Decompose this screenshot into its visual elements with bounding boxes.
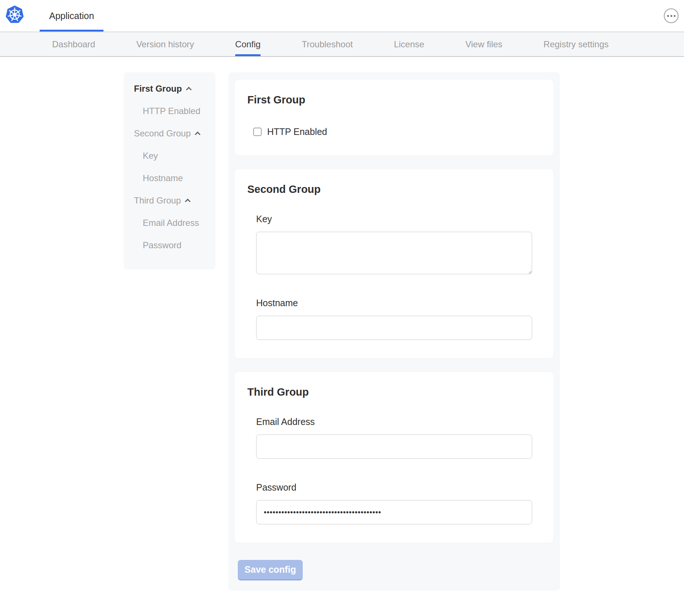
tab-dashboard[interactable]: Dashboard xyxy=(52,32,95,56)
app-tab-label: Application xyxy=(49,11,94,21)
admin-console-page: Application Dashboard Version history Co… xyxy=(0,0,684,605)
sidebar-item-key[interactable]: Key xyxy=(124,150,215,161)
hostname-label: Hostname xyxy=(256,298,532,308)
email-address-input[interactable] xyxy=(256,434,532,459)
sidebar-item-first-group[interactable]: First Group xyxy=(124,83,215,94)
chevron-up-icon xyxy=(185,199,191,205)
sidebar-item-second-group[interactable]: Second Group xyxy=(124,128,215,139)
group-title: Third Group xyxy=(247,386,546,398)
tab-troubleshoot[interactable]: Troubleshoot xyxy=(302,32,353,56)
app-header: Application xyxy=(0,0,684,32)
ellipsis-icon xyxy=(667,15,669,17)
chevron-up-icon xyxy=(186,87,192,93)
tab-registry-settings[interactable]: Registry settings xyxy=(543,32,608,56)
save-config-button[interactable]: Save config xyxy=(238,560,303,580)
sidebar-item-http-enabled[interactable]: HTTP Enabled xyxy=(124,106,215,117)
config-sidebar: First Group HTTP Enabled Second Group Ke… xyxy=(124,72,215,270)
sidebar-item-label: Password xyxy=(143,240,181,251)
config-group-third: Third Group Email Address Password xyxy=(235,372,553,543)
secondary-nav: Dashboard Version history Config Trouble… xyxy=(0,32,684,57)
http-enabled-row: HTTP Enabled xyxy=(253,126,546,137)
password-field: Password xyxy=(256,482,532,524)
sidebar-item-label: Third Group xyxy=(134,195,181,206)
http-enabled-checkbox[interactable] xyxy=(253,128,262,136)
sidebar-item-label: HTTP Enabled xyxy=(143,106,200,117)
sidebar-item-label: Hostname xyxy=(143,173,183,184)
email-address-field: Email Address xyxy=(256,417,532,459)
hostname-field: Hostname xyxy=(256,298,532,340)
sidebar-item-email-address[interactable]: Email Address xyxy=(124,217,215,228)
password-input[interactable] xyxy=(256,500,532,524)
sidebar-item-label: First Group xyxy=(134,83,182,94)
password-label: Password xyxy=(256,482,532,493)
sidebar-item-hostname[interactable]: Hostname xyxy=(124,173,215,184)
group-title: First Group xyxy=(247,94,546,106)
http-enabled-label[interactable]: HTTP Enabled xyxy=(267,126,327,137)
hostname-input[interactable] xyxy=(256,316,532,340)
key-field: Key xyxy=(256,214,532,274)
app-tab-application[interactable]: Application xyxy=(40,0,103,32)
email-address-label: Email Address xyxy=(256,417,532,427)
sidebar-item-password[interactable]: Password xyxy=(124,240,215,251)
tab-config[interactable]: Config xyxy=(235,32,261,56)
tab-license[interactable]: License xyxy=(394,32,424,56)
overflow-menu-button[interactable] xyxy=(664,8,678,23)
group-title: Second Group xyxy=(247,183,546,195)
config-content: First Group HTTP Enabled Second Group Ke… xyxy=(0,57,684,605)
tab-version-history[interactable]: Version history xyxy=(136,32,194,56)
key-textarea[interactable] xyxy=(256,232,532,274)
sidebar-item-label: Key xyxy=(143,150,158,161)
chevron-up-icon xyxy=(195,132,201,138)
sidebar-item-label: Second Group xyxy=(134,128,191,139)
sidebar-item-label: Email Address xyxy=(143,217,199,228)
key-label: Key xyxy=(256,214,532,224)
config-group-first: First Group HTTP Enabled xyxy=(235,80,553,155)
kubernetes-logo-icon xyxy=(5,4,24,25)
config-form-area: First Group HTTP Enabled Second Group Ke… xyxy=(228,72,560,591)
tab-view-files[interactable]: View files xyxy=(465,32,502,56)
sidebar-item-third-group[interactable]: Third Group xyxy=(124,195,215,206)
config-group-second: Second Group Key Hostname xyxy=(235,169,553,358)
